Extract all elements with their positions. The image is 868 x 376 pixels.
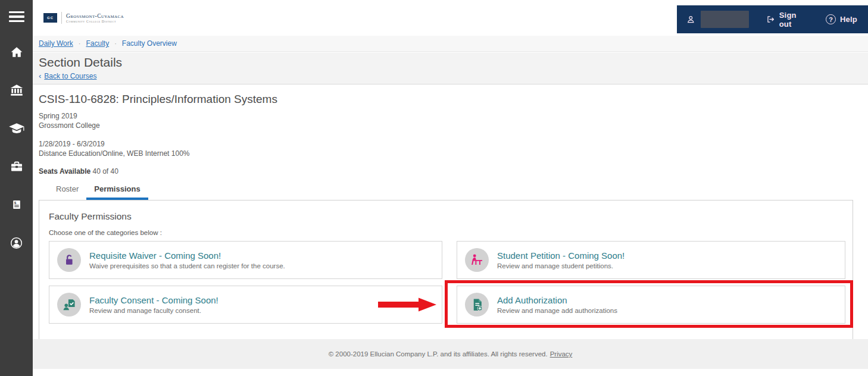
seats-available: Seats Available 40 of 40: [39, 167, 868, 176]
logo-line2: Community College District: [66, 20, 124, 23]
help-icon: ?: [826, 14, 836, 24]
sidebar-item-institution[interactable]: [0, 71, 33, 109]
breadcrumb-separator: ·: [79, 40, 81, 47]
person-icon: [686, 13, 696, 26]
card-student-petition[interactable]: Student Petition - Coming Soon! Review a…: [457, 241, 845, 279]
course-title: CSIS-110-6828: Principles/Information Sy…: [39, 93, 868, 106]
breadcrumb-separator: ·: [114, 40, 117, 47]
sign-out-label: Sign out: [779, 11, 804, 29]
sidebar-item-academics[interactable]: [0, 109, 33, 148]
billing-document-icon: $: [11, 199, 23, 211]
consent-document-icon: [62, 297, 77, 312]
tab-permissions[interactable]: Permissions: [86, 182, 148, 200]
graduation-cap-icon: [8, 120, 25, 137]
sidebar-nav: $: [0, 0, 33, 376]
student-desk-icon: [470, 253, 484, 267]
svg-text:$: $: [14, 200, 16, 205]
panel-instruction: Choose one of the categories below :: [49, 229, 844, 236]
card-requisite-waiver[interactable]: Requisite Waiver - Coming Soon! Waive pr…: [49, 241, 442, 279]
breadcrumb-daily-work[interactable]: Daily Work: [39, 39, 73, 48]
panel-heading: Faculty Permissions: [49, 211, 844, 222]
help-label: Help: [840, 15, 857, 24]
course-college: Grossmont College: [39, 121, 868, 130]
sidebar-item-user-options[interactable]: [0, 224, 33, 262]
course-dates: 1/28/2019 - 6/3/2019: [39, 139, 868, 149]
home-icon: [10, 45, 24, 59]
card-description: Review and manage add authorizations: [497, 307, 617, 314]
tab-bar: Roster Permissions: [48, 182, 868, 200]
icon-circle: [57, 293, 81, 317]
faculty-permissions-panel: Faculty Permissions Choose one of the ca…: [39, 200, 853, 340]
sign-out-icon: [766, 14, 775, 25]
page-title: Section Details: [39, 55, 868, 70]
sidebar-item-daily-work[interactable]: [0, 148, 33, 186]
menu-icon: [9, 11, 24, 23]
logo-mark: GC: [43, 13, 57, 23]
seats-value: 40 of 40: [93, 167, 118, 176]
top-header: GC Grossmont-Cuyamaca Community College …: [33, 0, 868, 36]
district-logo: GC Grossmont-Cuyamaca Community College …: [43, 12, 124, 24]
card-description: Waive prerequisites so that a student ca…: [89, 262, 285, 270]
course-term: Spring 2019: [39, 111, 868, 121]
logo-line1: Grossmont-Cuyamaca: [66, 13, 124, 19]
icon-circle: [465, 293, 489, 317]
back-to-courses-link[interactable]: ‹ Back to Courses: [39, 71, 96, 80]
user-name-redacted[interactable]: [701, 11, 749, 28]
add-document-icon: [470, 297, 485, 312]
application-window: $ GC Grossmont-Cuyamaca Community Colleg…: [0, 0, 868, 376]
tab-roster[interactable]: Roster: [48, 182, 86, 200]
course-modality: Distance Education/Online, WEB Internet …: [39, 149, 868, 158]
institution-icon: [9, 83, 24, 98]
seats-label: Seats Available: [39, 167, 90, 176]
unlock-icon: [62, 253, 76, 267]
icon-circle: [57, 248, 81, 272]
card-title: Add Authorization: [497, 295, 617, 305]
user-circle-icon: [10, 236, 23, 250]
sign-out-button[interactable]: Sign out: [766, 11, 804, 29]
help-button[interactable]: ? Help: [826, 14, 857, 24]
page-header: Section Details ‹ Back to Courses: [33, 52, 868, 84]
chevron-left-icon: ‹: [39, 71, 41, 80]
card-title: Requisite Waiver - Coming Soon!: [89, 250, 285, 261]
sidebar-item-billing[interactable]: $: [0, 186, 33, 224]
card-description: Review and manage faculty consent.: [89, 307, 218, 314]
card-add-authorization[interactable]: Add Authorization Review and manage add …: [457, 286, 845, 324]
card-description: Review and manage student petitions.: [497, 262, 625, 270]
card-title: Student Petition - Coming Soon!: [497, 250, 625, 261]
back-link-label: Back to Courses: [44, 72, 96, 80]
main-content: CSIS-110-6828: Principles/Information Sy…: [33, 84, 868, 339]
menu-toggle-button[interactable]: [0, 0, 33, 33]
card-title: Faculty Consent - Coming Soon!: [89, 295, 218, 305]
permission-card-grid: Requisite Waiver - Coming Soon! Waive pr…: [49, 241, 844, 324]
privacy-link[interactable]: Privacy: [550, 350, 573, 358]
breadcrumb-faculty-overview: Faculty Overview: [122, 39, 177, 48]
card-faculty-consent[interactable]: Faculty Consent - Coming Soon! Review an…: [49, 286, 442, 324]
logo-divider: [61, 12, 62, 24]
account-bar: Sign out ? Help: [677, 5, 868, 33]
sidebar-item-home[interactable]: [0, 33, 33, 71]
page-footer: © 2000-2019 Ellucian Company L.P. and it…: [33, 339, 868, 369]
red-annotation-arrow: [378, 297, 436, 312]
copyright-text: © 2000-2019 Ellucian Company L.P. and it…: [329, 350, 548, 358]
breadcrumb: Daily Work · Faculty · Faculty Overview: [33, 36, 868, 52]
briefcase-icon: [10, 159, 24, 174]
breadcrumb-faculty[interactable]: Faculty: [86, 39, 109, 48]
icon-circle: [465, 248, 489, 272]
